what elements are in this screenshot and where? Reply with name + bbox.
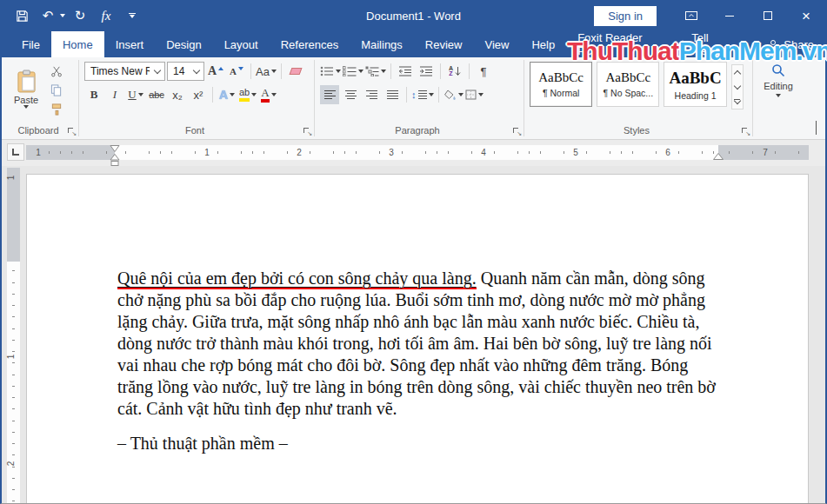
insert-function-button[interactable]: fx <box>95 3 117 28</box>
tab-mailings[interactable]: Mailings <box>350 31 414 57</box>
editing-menu-button[interactable]: Editing <box>758 59 798 97</box>
tab-references[interactable]: References <box>270 31 350 57</box>
text-effects-button[interactable]: A <box>217 85 237 104</box>
tab-tell-me[interactable]: Tell me <box>667 31 733 57</box>
tab-insert[interactable]: Insert <box>104 31 156 57</box>
clipboard-dialog-launcher[interactable] <box>67 127 76 136</box>
style-heading-1[interactable]: AaBbC Heading 1 <box>664 62 726 107</box>
decrease-indent-button[interactable] <box>396 62 415 81</box>
font-dialog-launcher[interactable] <box>303 127 311 136</box>
tab-stop-selector[interactable] <box>7 143 24 161</box>
borders-button[interactable] <box>465 85 484 104</box>
body-paragraph: Quê nội của em đẹp bởi có con sông chảy … <box>117 268 721 420</box>
copy-button[interactable] <box>50 83 63 97</box>
italic-button[interactable]: I <box>105 85 124 104</box>
styles-scroll-up-button[interactable] <box>732 65 743 80</box>
subscript-button[interactable]: x₂ <box>168 85 187 104</box>
decrease-indent-icon <box>398 66 412 76</box>
tab-foxit-reader-pdf[interactable]: Foxit Reader PDF <box>566 31 667 57</box>
close-button[interactable]: × <box>787 0 825 31</box>
tab-view[interactable]: View <box>473 31 520 57</box>
paste-button[interactable]: Paste <box>7 59 45 116</box>
strikethrough-button[interactable]: abc <box>147 85 166 104</box>
undo-button[interactable]: ↶ <box>37 3 59 28</box>
line-spacing-icon: ↕ <box>411 90 417 100</box>
increase-indent-button[interactable] <box>417 62 436 81</box>
bullets-button[interactable] <box>320 62 341 81</box>
tab-design[interactable]: Design <box>155 31 212 57</box>
styles-dialog-launcher[interactable] <box>741 127 750 136</box>
align-center-button[interactable] <box>341 85 360 104</box>
save-icon <box>16 10 29 23</box>
align-left-icon <box>324 90 336 100</box>
font-group-label: Font <box>84 123 305 139</box>
quick-access-toolbar: ↶ ↻ fx <box>2 3 143 28</box>
right-indent-marker[interactable] <box>713 153 724 160</box>
sort-icon: AZ <box>449 66 453 76</box>
superscript-button[interactable]: x² <box>189 85 208 104</box>
tab-home[interactable]: Home <box>51 31 104 57</box>
bold-button[interactable]: B <box>84 85 103 104</box>
minimize-button[interactable] <box>710 0 749 31</box>
titlebar-controls: Sign in × <box>594 0 825 31</box>
format-painter-button[interactable] <box>50 102 63 116</box>
paragraph-dialog-launcher[interactable] <box>512 127 521 136</box>
align-center-icon <box>345 90 357 100</box>
vertical-ruler: 1 1 2 <box>7 168 20 503</box>
style-no-spacing[interactable]: AaBbCc ¶ No Spac... <box>597 62 659 107</box>
collapse-ribbon-button[interactable] <box>816 122 817 135</box>
change-case-button[interactable]: Aa <box>256 62 277 81</box>
font-color-button[interactable]: A <box>259 85 278 104</box>
close-icon: × <box>802 9 810 23</box>
app-window: ↶ ↻ fx Document1 - Word Sign in × File H… <box>0 0 827 504</box>
ribbon-display-options-button[interactable] <box>672 0 710 31</box>
styles-more-button[interactable] <box>732 94 743 109</box>
paragraph-rest: Quanh năm cần mẫn, dòng sông chở nặng ph… <box>117 269 716 418</box>
tab-share[interactable]: Share <box>756 31 825 57</box>
multilevel-list-button[interactable] <box>365 62 386 81</box>
ruler-number: 6 <box>664 147 672 158</box>
align-left-button[interactable] <box>320 85 339 104</box>
undo-dropdown-icon[interactable] <box>60 14 65 17</box>
show-hide-marks-button[interactable]: ¶ <box>474 62 493 81</box>
shading-button[interactable] <box>444 85 464 104</box>
borders-icon <box>465 90 477 100</box>
underline-button[interactable]: U <box>126 85 145 104</box>
document-text[interactable]: Quê nội của em đẹp bởi có con sông chảy … <box>117 268 721 454</box>
save-button[interactable] <box>10 3 33 28</box>
font-name-combo[interactable]: Times New Roman <box>84 62 165 81</box>
sign-in-button[interactable]: Sign in <box>594 6 657 26</box>
numbering-button[interactable] <box>343 62 363 81</box>
redo-button[interactable]: ↻ <box>69 3 91 28</box>
grow-font-button[interactable]: A <box>206 62 225 81</box>
font-size-dropdown-icon[interactable] <box>189 63 203 80</box>
tab-file[interactable]: File <box>10 31 51 57</box>
style-normal[interactable]: AaBbCc ¶ Normal <box>530 62 592 107</box>
tab-layout[interactable]: Layout <box>213 31 270 57</box>
justify-button[interactable] <box>383 85 402 104</box>
highlight-icon: ab <box>239 88 250 102</box>
font-size-combo[interactable]: 14 <box>167 62 204 81</box>
align-right-button[interactable] <box>362 85 381 104</box>
document-area: 1 1 2 Quê nội của em đẹp bởi có con sông… <box>2 166 825 503</box>
cut-button[interactable] <box>50 63 63 78</box>
font-name-dropdown-icon[interactable] <box>150 63 164 80</box>
maximize-button[interactable] <box>749 0 787 31</box>
styles-group-label: Styles <box>530 123 744 139</box>
underlined-sentence: Quê nội của em đẹp bởi có con sông chảy … <box>117 269 477 289</box>
styles-scroll-down-button[interactable] <box>732 80 743 95</box>
customize-qat-button[interactable] <box>121 3 143 28</box>
ruler-number: 3 <box>387 147 396 158</box>
shrink-font-button[interactable]: A <box>227 62 246 81</box>
editing-label: Editing <box>764 81 793 91</box>
clear-formatting-button[interactable] <box>286 62 305 81</box>
line-spacing-button[interactable]: ↕ <box>411 85 434 104</box>
sort-button[interactable]: AZ <box>445 62 464 81</box>
tab-review[interactable]: Review <box>414 31 474 57</box>
document-page[interactable]: Quê nội của em đẹp bởi có con sông chảy … <box>26 174 809 503</box>
tab-help[interactable]: Help <box>520 31 566 57</box>
indent-markers[interactable] <box>110 145 120 166</box>
tab-stop-left-icon <box>12 149 19 156</box>
editing-group: Editing <box>753 57 807 139</box>
highlight-color-button[interactable]: ab <box>238 85 257 104</box>
